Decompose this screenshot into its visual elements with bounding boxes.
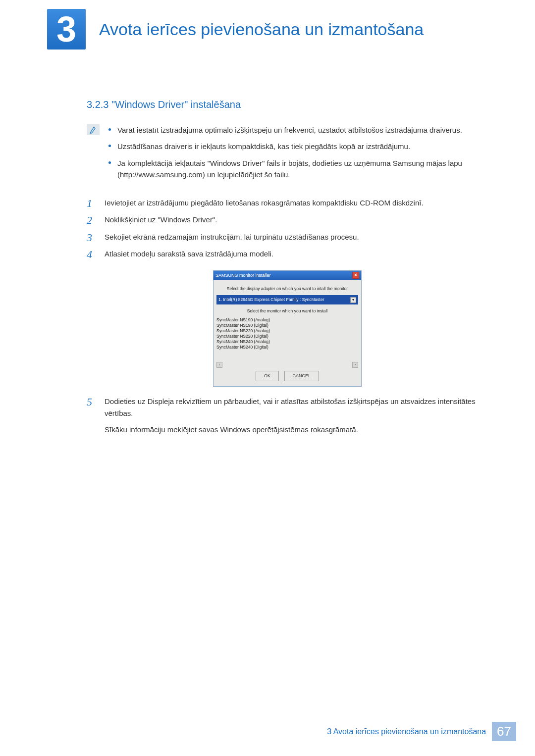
step-number: 3	[87, 231, 96, 244]
dropdown-value: 1. Intel(R) 82945G Express Chipset Famil…	[218, 296, 324, 303]
step-5: 5 Dodieties uz Displeja rekvizītiem un p…	[87, 396, 488, 435]
step-1: 1 Ievietojiet ar izstrādājumu piegādāto …	[87, 197, 488, 210]
page-footer: 3 Avota ierīces pievienošana un izmantoš…	[327, 722, 516, 741]
installer-body: Select the display adapter on which you …	[214, 280, 361, 387]
info-block: Varat iestatīt izstrādājuma optimālo izš…	[87, 124, 488, 185]
step-paragraph: Dodieties uz Displeja rekvizītiem un pār…	[105, 396, 488, 419]
note-icon	[87, 124, 100, 135]
list-item[interactable]: SyncMaster NS190 (Digital)	[216, 323, 358, 328]
step-text: Dodieties uz Displeja rekvizītiem un pār…	[105, 396, 488, 435]
chapter-number-badge: 3	[47, 9, 86, 50]
close-icon[interactable]: ×	[352, 272, 359, 279]
installer-buttons: OK CANCEL	[216, 368, 358, 383]
chapter-title: Avota ierīces pievienošana un izmantošan…	[99, 9, 535, 50]
info-item: Ja komplektācijā iekļautais "Windows Dri…	[108, 157, 488, 181]
list-item[interactable]: SyncMaster NS220 (Analog)	[216, 328, 358, 334]
step-number: 1	[87, 197, 96, 210]
list-item[interactable]: SyncMaster NS240 (Analog)	[216, 339, 358, 345]
page-header: 3 Avota ierīces pievienošana un izmantoš…	[0, 0, 535, 50]
installer-titlebar: SAMSUNG monitor installer ×	[214, 271, 361, 280]
info-list: Varat iestatīt izstrādājuma optimālo izš…	[108, 124, 488, 185]
installer-instruction-1: Select the display adapter on which you …	[216, 285, 358, 292]
info-item: Uzstādīšanas draiveris ir iekļauts kompa…	[108, 141, 488, 152]
step-text: Noklikšķiniet uz "Windows Driver".	[105, 214, 488, 227]
installer-title: SAMSUNG monitor installer	[215, 272, 271, 279]
info-item: Varat iestatīt izstrādājuma optimālo izš…	[108, 124, 488, 136]
list-item[interactable]: SyncMaster NS190 (Analog)	[216, 317, 358, 323]
step-number: 2	[87, 214, 96, 227]
step-3: 3 Sekojiet ekrānā redzamajām instrukcijā…	[87, 231, 488, 244]
chevron-down-icon[interactable]: ▾	[350, 297, 356, 303]
step-paragraph: Sīkāku informāciju meklējiet savas Windo…	[105, 424, 488, 435]
step-number: 4	[87, 248, 96, 261]
installer-dialog: SAMSUNG monitor installer × Select the d…	[213, 270, 362, 387]
installer-instruction-2: Select the monitor which you want to ins…	[216, 307, 358, 314]
list-item[interactable]: SyncMaster NS240 (Digital)	[216, 345, 358, 350]
section-title: "Windows Driver" instalēšana	[111, 99, 241, 110]
step-2: 2 Noklikšķiniet uz "Windows Driver".	[87, 214, 488, 227]
footer-chapter-ref: 3 Avota ierīces pievienošana un izmantoš…	[327, 727, 486, 736]
steps-list: 1 Ievietojiet ar izstrādājumu piegādāto …	[87, 197, 488, 435]
scroll-left-icon[interactable]: ‹	[216, 362, 222, 368]
list-item[interactable]: SyncMaster NS220 (Digital)	[216, 334, 358, 339]
step-text: Ievietojiet ar izstrādājumu piegādāto li…	[105, 197, 488, 210]
monitor-list[interactable]: SyncMaster NS190 (Analog) SyncMaster NS1…	[216, 317, 358, 361]
step-4: 4 Atlasiet modeļu sarakstā sava izstrādā…	[87, 248, 488, 261]
section-heading: 3.2.3 "Windows Driver" instalēšana	[87, 99, 488, 110]
scroll-right-icon[interactable]: ›	[352, 362, 358, 368]
horizontal-scrollbar[interactable]: ‹ ›	[216, 362, 358, 368]
cancel-button[interactable]: CANCEL	[284, 371, 320, 381]
page-number: 67	[492, 722, 516, 741]
step-text: Sekojiet ekrānā redzamajām instrukcijām,…	[105, 231, 488, 244]
ok-button[interactable]: OK	[256, 371, 279, 381]
content-area: 3.2.3 "Windows Driver" instalēšana Varat…	[0, 99, 535, 435]
section-number: 3.2.3	[87, 99, 108, 110]
adapter-dropdown[interactable]: 1. Intel(R) 82945G Express Chipset Famil…	[216, 295, 358, 304]
step-text: Atlasiet modeļu sarakstā sava izstrādāju…	[105, 248, 488, 261]
step-number: 5	[87, 396, 96, 435]
